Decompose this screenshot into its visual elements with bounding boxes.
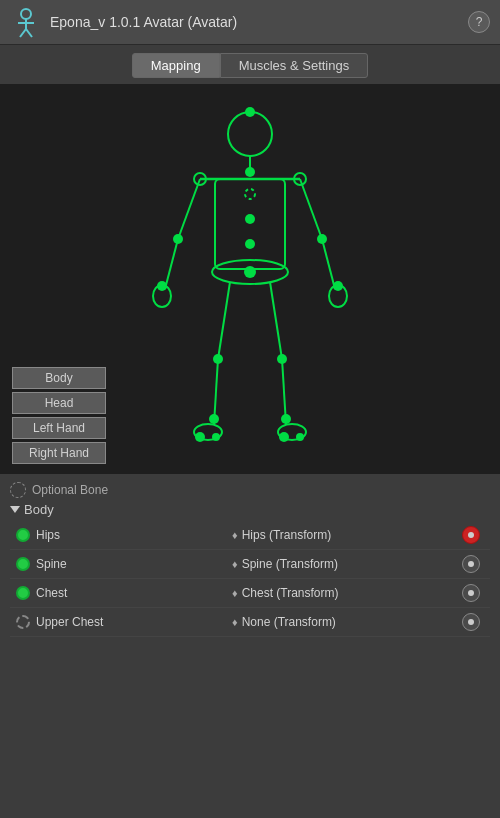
bone-table: Hips ♦ Hips (Transform) — [10, 521, 490, 637]
bone-name: Chest — [36, 586, 67, 600]
transform-cell: ♦ Spine (Transform) — [232, 557, 450, 571]
svg-point-28 — [245, 239, 255, 249]
body-buttons-group: Body Head Left Hand Right Hand — [12, 367, 106, 464]
circle-dot — [468, 561, 474, 567]
transform-icon: ♦ — [232, 558, 238, 570]
svg-point-29 — [244, 266, 256, 278]
bone-name-cell: Spine — [16, 557, 220, 571]
bone-name: Hips — [36, 528, 60, 542]
svg-point-22 — [245, 107, 255, 117]
bone-status-dot — [16, 586, 30, 600]
tab-mapping[interactable]: Mapping — [132, 53, 220, 78]
optional-bone-icon — [10, 482, 26, 498]
svg-point-23 — [245, 167, 255, 177]
svg-point-27 — [245, 214, 255, 224]
svg-point-37 — [281, 414, 291, 424]
bone-name-cell: Hips — [16, 528, 220, 542]
circle-dot — [468, 532, 474, 538]
svg-point-0 — [21, 9, 31, 19]
svg-line-19 — [270, 282, 282, 359]
svg-point-33 — [333, 281, 343, 291]
svg-line-3 — [20, 29, 26, 37]
bone-status-dot — [16, 528, 30, 542]
bone-status-dot — [16, 557, 30, 571]
triangle-down-icon — [10, 506, 20, 513]
table-row: Upper Chest ♦ None (Transform) — [10, 608, 490, 637]
circle-dot — [468, 590, 474, 596]
svg-line-11 — [165, 239, 178, 289]
left-hand-button[interactable]: Left Hand — [12, 417, 106, 439]
bone-action-button[interactable] — [462, 526, 480, 544]
bone-action-button[interactable] — [462, 613, 480, 631]
circle-dot — [468, 619, 474, 625]
svg-point-31 — [317, 234, 327, 244]
svg-line-13 — [300, 179, 322, 239]
bone-name: Spine — [36, 557, 67, 571]
svg-point-36 — [209, 414, 219, 424]
right-hand-button[interactable]: Right Hand — [12, 442, 106, 464]
svg-point-39 — [212, 433, 220, 441]
avatar-figure-svg — [140, 104, 360, 454]
transform-cell: ♦ None (Transform) — [232, 615, 450, 629]
bone-name-cell: Upper Chest — [16, 615, 220, 629]
svg-line-16 — [218, 282, 230, 359]
transform-value: Hips (Transform) — [242, 528, 332, 542]
window-title: Epona_v 1.0.1 Avatar (Avatar) — [50, 14, 460, 30]
svg-point-26 — [245, 189, 255, 199]
svg-point-38 — [195, 432, 205, 442]
svg-line-10 — [178, 179, 200, 239]
transform-cell: ♦ Chest (Transform) — [232, 586, 450, 600]
transform-icon: ♦ — [232, 529, 238, 541]
svg-line-4 — [26, 29, 32, 37]
optional-bone-label: Optional Bone — [32, 483, 108, 497]
body-button[interactable]: Body — [12, 367, 106, 389]
section-label-text: Body — [24, 502, 54, 517]
transform-value: Spine (Transform) — [242, 557, 338, 571]
title-bar: Epona_v 1.0.1 Avatar (Avatar) ? — [0, 0, 500, 45]
transform-value: Chest (Transform) — [242, 586, 339, 600]
bone-name: Upper Chest — [36, 615, 103, 629]
transform-cell: ♦ Hips (Transform) — [232, 528, 450, 542]
bone-action-button[interactable] — [462, 584, 480, 602]
tabs-bar: Mapping Muscles & Settings — [0, 45, 500, 84]
svg-point-5 — [228, 112, 272, 156]
svg-point-34 — [213, 354, 223, 364]
svg-point-41 — [296, 433, 304, 441]
bone-status-dot-dashed — [16, 615, 30, 629]
bone-name-cell: Chest — [16, 586, 220, 600]
bone-section: Optional Bone Body Hips ♦ Hips (Transfor… — [0, 474, 500, 637]
transform-icon: ♦ — [232, 616, 238, 628]
svg-point-40 — [279, 432, 289, 442]
optional-bone-row: Optional Bone — [10, 482, 490, 498]
table-row: Spine ♦ Spine (Transform) — [10, 550, 490, 579]
head-button[interactable]: Head — [12, 392, 106, 414]
tab-muscles[interactable]: Muscles & Settings — [220, 53, 369, 78]
transform-value: None (Transform) — [242, 615, 336, 629]
table-row: Hips ♦ Hips (Transform) — [10, 521, 490, 550]
svg-line-14 — [322, 239, 335, 289]
table-row: Chest ♦ Chest (Transform) — [10, 579, 490, 608]
section-body-label: Body — [10, 502, 490, 517]
help-button[interactable]: ? — [468, 11, 490, 33]
svg-point-32 — [157, 281, 167, 291]
transform-icon: ♦ — [232, 587, 238, 599]
bone-action-button[interactable] — [462, 555, 480, 573]
avatar-icon — [10, 6, 42, 38]
avatar-viewport: Body Head Left Hand Right Hand — [0, 84, 500, 474]
svg-point-30 — [173, 234, 183, 244]
svg-point-35 — [277, 354, 287, 364]
